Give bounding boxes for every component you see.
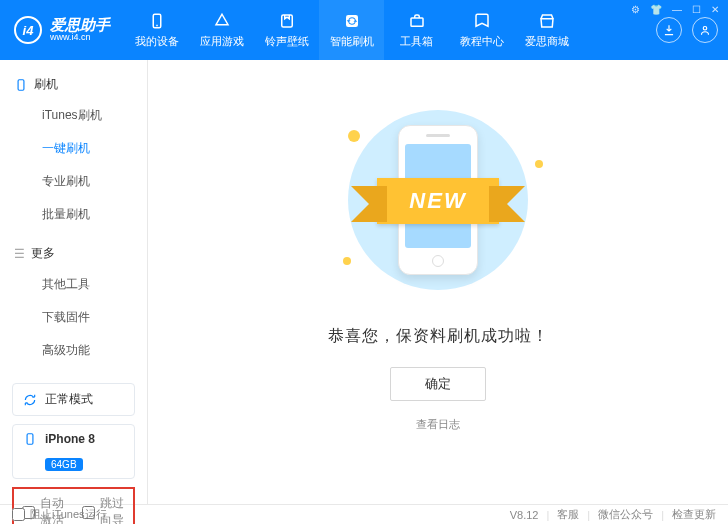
check-update-link[interactable]: 检查更新 <box>672 507 716 522</box>
sidebar-section-flash: 刷机 <box>0 70 147 95</box>
nav-apps[interactable]: 应用游戏 <box>189 0 254 60</box>
apps-icon <box>213 12 231 30</box>
app-logo: i4 爱思助手 www.i4.cn <box>0 0 124 60</box>
menu-icon: ☰ <box>14 247 25 261</box>
maximize-button[interactable]: ☐ <box>689 4 704 15</box>
version-label: V8.12 <box>510 509 539 521</box>
brand-name: 爱思助手 <box>50 17 110 34</box>
nav-mall[interactable]: 爱思商城 <box>514 0 579 60</box>
storage-badge: 64GB <box>45 458 83 471</box>
phone-icon <box>148 12 166 30</box>
mode-label: 正常模式 <box>45 391 93 408</box>
sidebar-item-pro[interactable]: 专业刷机 <box>0 165 147 198</box>
svg-rect-7 <box>27 434 33 445</box>
app-header: ⚙ 👕 — ☐ ✕ i4 爱思助手 www.i4.cn 我的设备 应用游戏 铃声… <box>0 0 728 60</box>
sidebar-item-othertools[interactable]: 其他工具 <box>0 268 147 301</box>
svg-point-5 <box>703 27 707 31</box>
sidebar-section-more: ☰ 更多 <box>0 239 147 264</box>
nav-label: 我的设备 <box>135 34 179 49</box>
section-title: 更多 <box>31 245 55 262</box>
window-controls: ⚙ 👕 — ☐ ✕ <box>628 4 722 15</box>
nav-label: 工具箱 <box>400 34 433 49</box>
nav-label: 教程中心 <box>460 34 504 49</box>
nav-label: 应用游戏 <box>200 34 244 49</box>
sidebar-item-firmware[interactable]: 下载固件 <box>0 301 147 334</box>
close-button[interactable]: ✕ <box>708 4 722 15</box>
success-message: 恭喜您，保资料刷机成功啦！ <box>328 326 549 347</box>
refresh-icon <box>23 393 37 407</box>
mode-box[interactable]: 正常模式 <box>12 383 135 416</box>
checkbox-input[interactable] <box>12 508 25 521</box>
nav-ringtone[interactable]: 铃声壁纸 <box>254 0 319 60</box>
view-log-link[interactable]: 查看日志 <box>416 417 460 432</box>
support-link[interactable]: 客服 <box>557 507 579 522</box>
phone-icon <box>23 432 37 446</box>
nav-toolbox[interactable]: 工具箱 <box>384 0 449 60</box>
sidebar-item-itunes[interactable]: iTunes刷机 <box>0 99 147 132</box>
svg-rect-4 <box>411 18 423 26</box>
device-name: iPhone 8 <box>45 432 95 446</box>
briefcase-icon <box>408 12 426 30</box>
sidebar-item-batch[interactable]: 批量刷机 <box>0 198 147 231</box>
nav-devices[interactable]: 我的设备 <box>124 0 189 60</box>
user-icon[interactable] <box>692 17 718 43</box>
minimize-button[interactable]: — <box>669 4 685 15</box>
settings-icon[interactable]: ⚙ <box>628 4 643 15</box>
device-box[interactable]: iPhone 8 64GB <box>12 424 135 479</box>
nav-flash[interactable]: 智能刷机 <box>319 0 384 60</box>
shop-icon <box>538 12 556 30</box>
success-illustration: NEW <box>318 100 558 300</box>
refresh-icon <box>343 12 361 30</box>
phone-icon <box>14 78 28 92</box>
brand-url: www.i4.cn <box>50 33 110 43</box>
svg-rect-6 <box>18 79 24 90</box>
music-icon <box>278 12 296 30</box>
nav-tutorial[interactable]: 教程中心 <box>449 0 514 60</box>
book-icon <box>473 12 491 30</box>
sidebar-item-advanced[interactable]: 高级功能 <box>0 334 147 367</box>
nav-label: 铃声壁纸 <box>265 34 309 49</box>
logo-icon: i4 <box>14 16 42 44</box>
nav-label: 智能刷机 <box>330 34 374 49</box>
sidebar: 刷机 iTunes刷机 一键刷机 专业刷机 批量刷机 ☰ 更多 其他工具 下载固… <box>0 60 148 504</box>
ribbon-text: NEW <box>377 178 498 224</box>
ok-button[interactable]: 确定 <box>390 367 486 401</box>
wechat-link[interactable]: 微信公众号 <box>598 507 653 522</box>
sidebar-item-oneclick[interactable]: 一键刷机 <box>0 132 147 165</box>
top-nav: 我的设备 应用游戏 铃声壁纸 智能刷机 工具箱 教程中心 爱思商城 <box>124 0 579 60</box>
download-icon[interactable] <box>656 17 682 43</box>
new-ribbon: NEW <box>248 178 628 224</box>
checkbox-block-itunes[interactable]: 阻止iTunes运行 <box>12 507 107 522</box>
checkbox-label: 阻止iTunes运行 <box>30 507 107 522</box>
nav-label: 爱思商城 <box>525 34 569 49</box>
skin-icon[interactable]: 👕 <box>647 4 665 15</box>
section-title: 刷机 <box>34 76 58 93</box>
main-content: NEW 恭喜您，保资料刷机成功啦！ 确定 查看日志 <box>148 60 728 504</box>
